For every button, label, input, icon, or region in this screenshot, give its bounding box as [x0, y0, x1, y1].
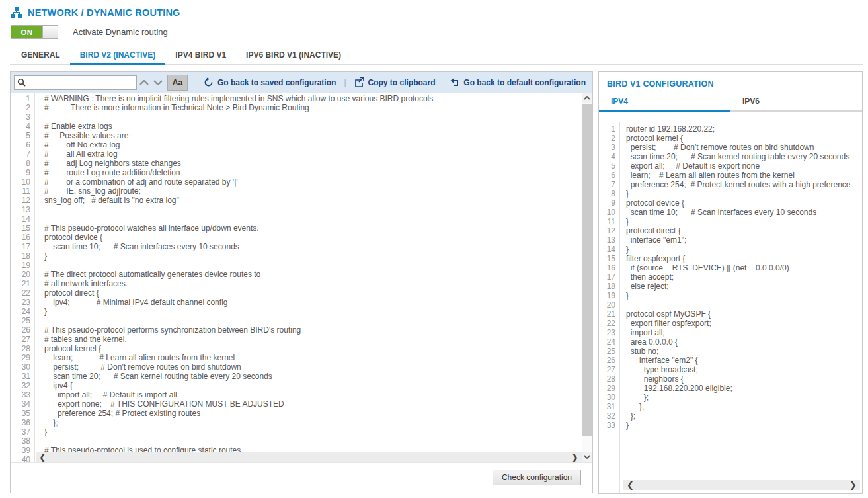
code-line: } [626, 217, 862, 226]
horizontal-scrollbar[interactable]: ❮ ❯ [623, 480, 860, 490]
code-line: # all network interfaces. [44, 279, 592, 288]
toggle-on-label: ON [11, 26, 42, 38]
code-line: persist; # Don't remove routes on bird s… [626, 143, 862, 152]
search-icon [17, 78, 26, 87]
search-input[interactable] [28, 78, 134, 87]
code-line [44, 261, 592, 270]
code-line: export none; # THIS CONFIGURATION MUST B… [44, 399, 592, 409]
tab-general[interactable]: GENERAL [11, 48, 70, 65]
code-line: protocol device { [44, 233, 592, 242]
code-line: protocol kernel { [44, 344, 592, 353]
code-line: router id 192.168.220.22; [626, 124, 862, 134]
code-line: export filter ospfexport; [626, 319, 862, 328]
code-line: scan time 20; # Scan kernel routing tabl… [626, 152, 862, 161]
scroll-right-icon[interactable]: ❯ [849, 481, 857, 489]
tab-ipv6[interactable]: IPV6 [730, 95, 862, 112]
code-line: area 0.0.0.0 { [626, 337, 862, 347]
tab-ipv6-bird-v1[interactable]: IPV6 BIRD V1 (INACTIVE) [236, 48, 351, 65]
check-configuration-button[interactable]: Check configuration [493, 470, 581, 485]
code-line: if (source = RTS_DEVICE) || (net = 0.0.0… [626, 263, 862, 272]
find-next-button[interactable] [151, 75, 165, 90]
scroll-left-icon[interactable]: ❮ [39, 453, 46, 462]
go-back-saved-label: Go back to saved configuration [217, 78, 336, 87]
bird-v1-title: BIRD V1 CONFIGURATION [599, 72, 862, 95]
go-back-default-label: Go back to default configuration [463, 78, 586, 87]
code-line [44, 316, 592, 325]
code-line: # tables and the kernel. [44, 335, 592, 344]
code-line: # Enable extra logs [44, 122, 592, 131]
chevron-down-icon [153, 80, 163, 85]
toolbar-separator: | [344, 78, 346, 87]
find-previous-button[interactable] [137, 75, 151, 90]
code-line: protocol kernel { [626, 134, 862, 143]
code-line: interface "em2" { [626, 356, 862, 365]
code-line: neighbors { [626, 374, 862, 384]
code-line: # This pseudo-protocol watches all inter… [44, 224, 592, 233]
code-line: # WARNING : There is no implicit filteri… [44, 94, 592, 103]
editor-toolbar: Aa Go back to saved configuration | [11, 72, 592, 93]
tab-ipv4-bird-v1[interactable]: IPV4 BIRD V1 [165, 48, 236, 65]
code-line: stub no; [626, 347, 862, 356]
code-line: ipv4 { [44, 381, 592, 390]
copy-icon [354, 77, 364, 87]
code-line: learn; # Learn all alien routes from the… [626, 171, 862, 180]
network-icon [11, 7, 22, 18]
code-line: protocol device { [626, 198, 862, 208]
undo-icon [450, 78, 459, 87]
code-line: # The direct protocol automatically gene… [44, 270, 592, 279]
code-line: }; [626, 393, 862, 402]
line-numbers: 1234567891011121314151617181920212223242… [11, 93, 35, 462]
copy-to-clipboard-link[interactable]: Copy to clipboard [354, 77, 436, 87]
code-line: # or a combination of adj and route sepa… [44, 177, 592, 187]
bird-v2-panel: Aa Go back to saved configuration | [10, 71, 593, 493]
page-header: NETWORK / DYNAMIC ROUTING [11, 7, 180, 18]
code-area[interactable]: # WARNING : There is no implicit filteri… [35, 93, 592, 462]
code-line: # adj Log neighbors state changes [44, 159, 592, 168]
line-numbers: 1234567891011121314151617181920212223242… [599, 122, 620, 493]
scroll-up-icon[interactable] [582, 93, 592, 103]
code-line: 192.168.220.200 eligible; [626, 384, 862, 393]
code-line: scan time 20; # Scan kernel routing tabl… [44, 372, 592, 381]
tab-bird-v2[interactable]: BIRD V2 (INACTIVE) [70, 48, 166, 65]
code-line: }; [626, 402, 862, 411]
code-line: # Possible values are : [44, 131, 592, 140]
code-line: ipv4; # Minimal IPv4 default channel con… [44, 298, 592, 307]
code-line: }; [44, 418, 592, 427]
go-back-saved-link[interactable]: Go back to saved configuration [204, 77, 336, 87]
vertical-scroll-thumb[interactable] [582, 104, 592, 436]
code-area[interactable]: router id 192.168.220.22;protocol kernel… [620, 122, 862, 493]
code-line: # off No extra log [44, 140, 592, 149]
search-box [14, 75, 137, 90]
case-sensitive-button[interactable]: Aa [167, 75, 188, 91]
code-line: scan time 10; # Scan interfaces every 10… [626, 208, 862, 217]
page-title: NETWORK / DYNAMIC ROUTING [28, 7, 180, 18]
horizontal-scrollbar[interactable]: ❮ ❯ [36, 452, 582, 462]
code-line: export all; # Default is export none [626, 161, 862, 171]
code-line: else reject; [626, 282, 862, 291]
code-line: # There is more information in Technical… [44, 103, 592, 112]
code-line: preference 254; # Protect existing route… [44, 409, 592, 418]
code-line [44, 112, 592, 122]
code-line: import all; # Default is import all [44, 390, 592, 399]
dynamic-routing-toggle[interactable]: ON [11, 25, 58, 39]
code-line: } [626, 421, 862, 430]
code-line: scan time 10; # Scan interfaces every 10… [44, 242, 592, 251]
code-line [44, 436, 592, 446]
scroll-right-icon[interactable]: ❯ [571, 453, 578, 462]
code-line: sns_log off; # default is "no extra log" [44, 196, 592, 205]
bird-v1-code-viewer: 1234567891011121314151617181920212223242… [599, 122, 862, 493]
code-line: then accept; [626, 272, 862, 282]
scroll-down-icon[interactable] [582, 452, 592, 462]
restore-icon [204, 77, 214, 87]
activation-row: ON Activate Dynamic routing [11, 25, 168, 39]
code-line [626, 300, 862, 310]
main-tabs: GENERAL BIRD V2 (INACTIVE) IPV4 BIRD V1 … [10, 48, 863, 65]
code-line: import all; [626, 328, 862, 337]
scroll-left-icon[interactable]: ❮ [627, 481, 634, 489]
code-line [44, 205, 592, 214]
code-line: # route Log route addition/deletion [44, 168, 592, 177]
code-line: } [44, 307, 592, 316]
vertical-scrollbar[interactable] [582, 93, 592, 462]
go-back-default-link[interactable]: Go back to default configuration [450, 78, 586, 87]
tab-ipv4[interactable]: IPV4 [599, 95, 730, 112]
